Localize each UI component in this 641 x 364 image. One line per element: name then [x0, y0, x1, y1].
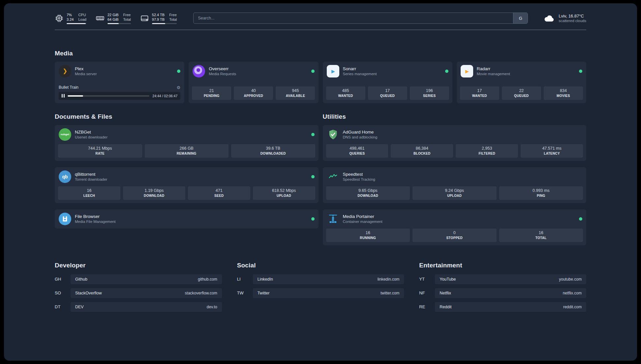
stat-value: 9.24 Gbps	[414, 188, 495, 193]
stat-tile: 86,384BLOCKED	[391, 144, 453, 158]
service-card-sonarr[interactable]: ▶ Sonarr Series management 485WANTED17QU…	[323, 62, 452, 103]
bookmark-url: stackoverflow.com	[185, 291, 217, 295]
stat-tile: 0STOPPED	[412, 228, 497, 242]
stat-label: WANTED	[327, 94, 364, 98]
service-card-adguard[interactable]: AdGuard Home DNS and adblocking 498,461Q…	[323, 125, 587, 161]
stat-tile: 16LEECH	[58, 186, 120, 200]
plex-now-playing: Bullet Train ⚙ 24:44 / 02:06:47	[55, 85, 184, 103]
weather-widget[interactable]: Lviv, 16.87°C scattered clouds	[543, 13, 586, 23]
bookmark-link[interactable]: Twittertwitter.com	[253, 288, 404, 298]
bookmark-abbr: DT	[55, 304, 71, 309]
status-dot	[311, 133, 315, 136]
status-dot	[311, 217, 315, 221]
stat-label: UPLOAD	[414, 194, 495, 197]
bookmark-item[interactable]: DTDEVdev.to	[55, 302, 222, 312]
stat-value: 618.52 Mbps	[254, 188, 314, 193]
search-provider-button[interactable]: G	[513, 13, 528, 23]
status-dot	[579, 70, 582, 73]
stat-label: STOPPED	[414, 236, 495, 240]
service-card-plex[interactable]: ❯ Plex Media server Bullet Train ⚙	[55, 62, 184, 103]
bookmark-item[interactable]: GHGithubgithub.com	[55, 274, 222, 284]
stat-value: 17	[461, 88, 498, 93]
bookmark-link[interactable]: Netflixnetflix.com	[435, 288, 586, 298]
stat-value: 196	[411, 88, 448, 93]
stats-row: 16RUNNING0STOPPED16TOTAL	[323, 228, 587, 245]
stat-value: 17	[369, 88, 406, 93]
stats-row: 744.21 MbpsRATE266 GBREMAINING39.6 TBDOW…	[55, 144, 319, 161]
stat-tile: 485WANTED	[326, 86, 365, 100]
service-card-radarr[interactable]: ▶ Radarr Movie management 17WANTED22QUEU…	[457, 62, 586, 103]
memory-label-2: Total	[123, 17, 131, 22]
bookmark-name: Twitter	[258, 291, 270, 295]
service-subtitle: Movie management	[477, 72, 510, 76]
service-subtitle: Torrent downloader	[75, 177, 107, 181]
service-card-qbittorrent[interactable]: qb qBittorrent Torrent downloader 16LEEC…	[55, 167, 319, 203]
stat-value: 498,461	[327, 146, 387, 151]
service-card-nzbget[interactable]: nzbget NZBGet Usenet downloader 744.21 M…	[55, 125, 319, 161]
bookmark-abbr: NF	[419, 290, 435, 295]
cloud-icon	[543, 13, 555, 23]
bookmark-link[interactable]: StackOverflowstackoverflow.com	[71, 288, 222, 298]
bookmark-item[interactable]: YTYouTubeyoutube.com	[419, 274, 586, 284]
stat-label: MOVIES	[545, 94, 582, 98]
bookmark-link[interactable]: YouTubeyoutube.com	[435, 274, 586, 284]
bookmark-url: reddit.com	[563, 305, 582, 309]
stat-label: RUNNING	[327, 236, 409, 240]
service-name: AdGuard Home	[343, 130, 378, 135]
service-subtitle: Speedtest Tracking	[343, 177, 375, 181]
pause-button[interactable]	[62, 94, 65, 98]
disk-widget: 52.4 TB 97.9 TB Free Total	[140, 13, 177, 24]
speedtest-icon	[327, 170, 339, 183]
bookmark-item[interactable]: SOStackOverflowstackoverflow.com	[55, 288, 222, 298]
bookmark-url: dev.to	[207, 305, 217, 309]
service-name: Radarr	[477, 66, 510, 71]
cpu-load-value: 3.24	[67, 17, 74, 22]
stat-tile: 39.6 TBDOWNLOADED	[231, 144, 315, 158]
cpu-widget: 7% 3.24 CPU Load	[55, 13, 86, 24]
player-progress-bar[interactable]	[68, 95, 149, 97]
memory-label-1: Free	[123, 13, 131, 17]
bookmark-url: twitter.com	[381, 291, 399, 295]
stat-tile: 9.24 GbpsUPLOAD	[412, 186, 497, 200]
overseerr-icon	[193, 65, 205, 77]
stat-tile: 40APPROVED	[234, 86, 273, 100]
bookmark-item[interactable]: TWTwittertwitter.com	[237, 288, 404, 298]
search-input[interactable]	[194, 13, 513, 23]
stat-value: 834	[545, 88, 582, 93]
nzbget-icon: nzbget	[59, 128, 71, 141]
section-title-entertainment: Entertainment	[419, 262, 586, 269]
service-card-portainer[interactable]: Media Portainer Container management 16R…	[323, 209, 587, 245]
bookmark-item[interactable]: RERedditreddit.com	[419, 302, 586, 312]
stat-label: SEED	[189, 194, 249, 197]
bookmark-link[interactable]: DEVdev.to	[71, 302, 222, 312]
service-card-overseerr[interactable]: Overseerr Media Requests 21PENDING40APPR…	[189, 62, 318, 103]
section-title-social: Social	[237, 262, 404, 269]
bookmark-item[interactable]: LILinkedInlinkedin.com	[237, 274, 404, 284]
stat-label: APPROVED	[235, 94, 272, 98]
stat-value: 9.65 Gbps	[327, 188, 409, 193]
memory-widget: 22 GiB 64 GiB Free Total	[96, 13, 131, 24]
adguard-icon	[327, 128, 339, 141]
stat-label: AVAILABLE	[277, 94, 314, 98]
bookmark-abbr: GH	[55, 277, 71, 282]
disk-free-value: 52.4 TB	[152, 13, 165, 17]
stats-row: 16LEECH1.19 GbpsDOWNLOAD471SEED618.52 Mb…	[55, 186, 319, 203]
filebrowser-icon	[59, 213, 71, 225]
service-card-speedtest[interactable]: Speedtest Speedtest Tracking 9.65 GbpsDO…	[323, 167, 587, 203]
stat-tile: 471SEED	[188, 186, 250, 200]
bookmark-link[interactable]: LinkedInlinkedin.com	[253, 274, 404, 284]
stat-label: QUEUED	[503, 94, 540, 98]
service-card-filebrowser[interactable]: File Browser Media File Management	[55, 209, 319, 228]
disk-total-value: 97.9 TB	[152, 17, 165, 22]
gear-icon[interactable]: ⚙	[177, 85, 181, 90]
bookmark-abbr: RE	[419, 304, 435, 309]
stats-row: 498,461QUERIES86,384BLOCKED2,953FILTERED…	[323, 144, 587, 161]
bookmark-link[interactable]: Redditreddit.com	[435, 302, 586, 312]
section-title-utilities: Utilities	[323, 113, 587, 120]
bookmark-item[interactable]: NFNetflixnetflix.com	[419, 288, 586, 298]
weather-location: Lviv, 16.87°C	[559, 14, 586, 18]
bookmark-link[interactable]: Githubgithub.com	[71, 274, 222, 284]
bookmarks-developer: Developer GHGithubgithub.comSOStackOverf…	[55, 262, 222, 316]
bookmarks-entertainment: Entertainment YTYouTubeyoutube.comNFNetf…	[419, 262, 586, 316]
stat-label: PING	[501, 194, 582, 197]
